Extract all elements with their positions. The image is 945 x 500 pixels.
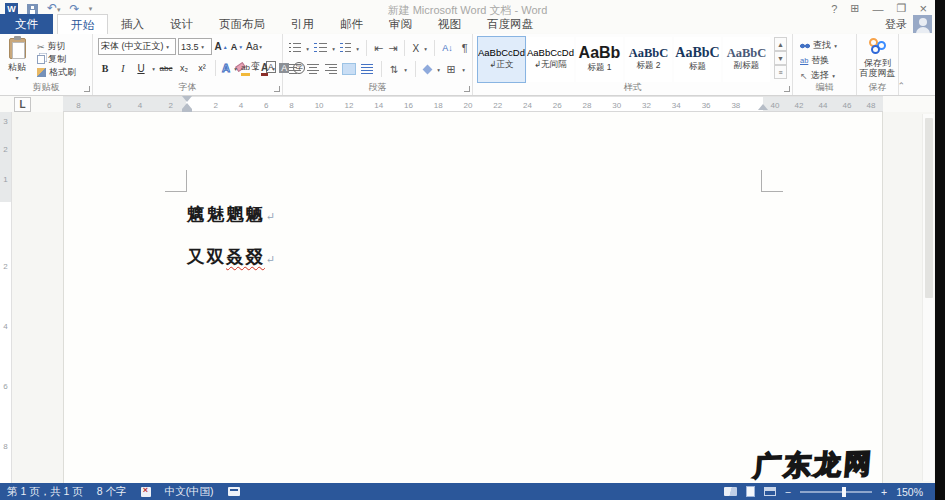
- asian-layout-dropdown-arrow[interactable]: ▾: [424, 45, 427, 51]
- proofing-errors-icon[interactable]: [141, 487, 151, 497]
- font-color-dropdown-arrow[interactable]: ▾: [272, 65, 275, 71]
- right-indent-marker[interactable]: [758, 104, 768, 110]
- sort-button[interactable]: A↓: [442, 43, 453, 53]
- styles-gallery-expand-button[interactable]: ≡: [774, 65, 787, 79]
- tab-stop-selector[interactable]: L: [14, 97, 31, 112]
- avatar[interactable]: [913, 15, 932, 33]
- scrollbar-thumb[interactable]: [925, 118, 933, 298]
- copy-button[interactable]: 复制: [37, 53, 76, 66]
- close-button[interactable]: ×: [919, 1, 927, 16]
- styles-dialog-launcher[interactable]: [784, 86, 790, 92]
- style-heading2[interactable]: AaBbC 标题 2: [625, 37, 672, 82]
- ribbon-options-button[interactable]: ⊞: [850, 2, 859, 15]
- italic-button[interactable]: I: [116, 60, 130, 76]
- tab-mailings[interactable]: 邮件: [327, 14, 376, 34]
- restore-button[interactable]: ❐: [897, 2, 907, 15]
- help-button[interactable]: ?: [831, 3, 837, 15]
- multilevel-list-button[interactable]: [340, 43, 351, 53]
- underline-dropdown-arrow[interactable]: ▾: [152, 65, 155, 71]
- superscript-button[interactable]: x²: [195, 60, 209, 76]
- numbering-dropdown-arrow[interactable]: ▾: [332, 45, 335, 51]
- strikethrough-button[interactable]: abc: [159, 60, 173, 76]
- language-indicator[interactable]: 中文(中国): [165, 485, 214, 499]
- style-title[interactable]: AaBbC 标题: [674, 37, 721, 82]
- doc-line-1[interactable]: 魑魅魍魉↵: [187, 202, 275, 226]
- align-left-button[interactable]: [289, 64, 301, 74]
- tab-home[interactable]: 开始: [57, 14, 108, 35]
- bullets-dropdown-arrow[interactable]: ▾: [306, 45, 309, 51]
- style-subtitle[interactable]: AaBbC 副标题: [723, 37, 770, 82]
- tab-file[interactable]: 文件: [0, 14, 53, 34]
- replace-button[interactable]: ab替换: [800, 54, 837, 67]
- find-button[interactable]: 查找▾: [800, 39, 837, 52]
- input-mode-icon[interactable]: [228, 487, 240, 496]
- page[interactable]: 魑魅魍魉↵ 又双叒叕↵ 广东龙网: [63, 112, 883, 483]
- minimize-button[interactable]: —: [873, 3, 884, 15]
- paragraph-dialog-launcher[interactable]: [464, 86, 470, 92]
- tab-view[interactable]: 视图: [425, 14, 474, 34]
- zoom-in-button[interactable]: +: [881, 486, 887, 498]
- line-spacing-dropdown-arrow[interactable]: ▾: [405, 66, 408, 72]
- borders-button[interactable]: ⊞: [446, 63, 455, 76]
- text-effects-dropdown-arrow[interactable]: ▾: [234, 65, 237, 71]
- format-painter-button[interactable]: 格式刷: [37, 66, 76, 79]
- styles-scroll-down-button[interactable]: ▼: [774, 51, 787, 65]
- zoom-slider-thumb[interactable]: [842, 487, 846, 497]
- change-case-button[interactable]: Aa▾: [246, 39, 262, 55]
- underline-button[interactable]: U: [134, 60, 148, 76]
- numbering-button[interactable]: [314, 43, 327, 53]
- tab-page-layout[interactable]: 页面布局: [206, 14, 278, 34]
- text-effects-button[interactable]: A: [222, 62, 230, 74]
- subscript-button[interactable]: x₂: [177, 60, 191, 76]
- font-size-select[interactable]: 13.5▾: [178, 38, 212, 55]
- grow-font-button[interactable]: A▲: [214, 39, 228, 55]
- bullets-button[interactable]: [289, 43, 301, 53]
- borders-dropdown-arrow[interactable]: ▾: [462, 66, 465, 72]
- doc-line-2[interactable]: 又双叒叕↵: [187, 245, 275, 269]
- distribute-button[interactable]: [361, 64, 373, 74]
- zoom-slider[interactable]: [800, 491, 872, 493]
- cut-button[interactable]: ✂剪切: [37, 40, 76, 53]
- vertical-ruler[interactable]: 3 2 1 2 4 6 8: [0, 112, 12, 483]
- sign-in-link[interactable]: 登录: [885, 17, 907, 32]
- zoom-level[interactable]: 150%: [896, 486, 923, 498]
- print-layout-button[interactable]: [746, 486, 755, 497]
- shrink-font-button[interactable]: A▼: [230, 39, 244, 55]
- font-family-select[interactable]: 宋体 (中文正文)▾: [98, 38, 176, 55]
- page-indicator[interactable]: 第 1 页，共 1 页: [7, 485, 83, 499]
- collapse-ribbon-button[interactable]: ⌃: [897, 81, 905, 91]
- align-center-button[interactable]: [307, 64, 319, 74]
- font-dialog-launcher[interactable]: [274, 86, 280, 92]
- zoom-out-button[interactable]: −: [785, 486, 791, 498]
- word-count[interactable]: 8 个字: [97, 485, 127, 499]
- decrease-indent-button[interactable]: ⇤: [374, 42, 383, 55]
- paste-button[interactable]: 粘贴 ▾: [8, 38, 26, 81]
- tab-baidu-netdisk[interactable]: 百度网盘: [474, 14, 546, 34]
- highlight-dropdown-arrow[interactable]: ▾: [254, 65, 257, 71]
- highlight-button[interactable]: ab: [241, 63, 250, 73]
- read-mode-button[interactable]: [724, 487, 737, 496]
- font-color-button[interactable]: A: [261, 63, 268, 73]
- increase-indent-button[interactable]: ⇥: [388, 42, 397, 55]
- style-normal[interactable]: AaBbCcDd ↲正文: [478, 37, 525, 82]
- style-no-spacing[interactable]: AaBbCcDd ↲无间隔: [527, 37, 574, 82]
- bold-button[interactable]: B: [98, 60, 112, 76]
- tab-insert[interactable]: 插入: [108, 14, 157, 34]
- align-right-button[interactable]: [325, 64, 337, 74]
- line-spacing-button[interactable]: ⇅: [390, 64, 398, 75]
- clipboard-dialog-launcher[interactable]: [84, 86, 90, 92]
- shading-dropdown-arrow[interactable]: ▾: [438, 66, 441, 72]
- styles-scroll-up-button[interactable]: ▲: [774, 37, 787, 51]
- vertical-scrollbar[interactable]: [922, 114, 934, 481]
- save-to-baidu-button[interactable]: 保存到 百度网盘: [857, 38, 898, 78]
- paste-dropdown-arrow[interactable]: ▾: [8, 74, 26, 81]
- style-heading1[interactable]: AaBb 标题 1: [576, 37, 623, 82]
- web-layout-button[interactable]: [764, 487, 776, 496]
- first-line-indent-marker[interactable]: [182, 96, 192, 102]
- shading-button[interactable]: [423, 64, 433, 74]
- tab-design[interactable]: 设计: [157, 14, 206, 34]
- show-marks-button[interactable]: ¶: [462, 42, 468, 54]
- multilevel-dropdown-arrow[interactable]: ▾: [356, 45, 359, 51]
- tab-references[interactable]: 引用: [278, 14, 327, 34]
- justify-button[interactable]: [343, 64, 355, 74]
